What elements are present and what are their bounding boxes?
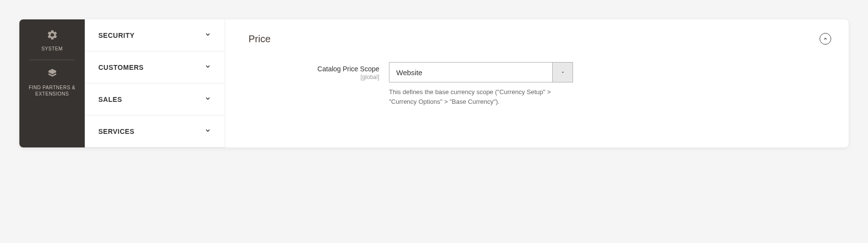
select-dropdown-button[interactable] (552, 63, 573, 82)
section-title: Price (248, 33, 271, 45)
sidebar-divider (29, 60, 75, 60)
config-main-panel: Price Catalog Price Scope [global] Websi… (225, 19, 849, 147)
chevron-down-icon (204, 31, 211, 39)
nav-item-system-label: SYSTEM (41, 46, 62, 52)
collapse-button[interactable] (820, 33, 831, 45)
tab-customers[interactable]: CUSTOMERS (85, 51, 225, 83)
tab-services[interactable]: SERVICES (85, 115, 225, 147)
tab-security[interactable]: SECURITY (85, 19, 225, 51)
field-control-col: Website This defines the base currency s… (389, 62, 573, 106)
nav-item-partners-label: FIND PARTNERS & EXTENSIONS (23, 84, 81, 97)
field-label: Catalog Price Scope (248, 65, 379, 73)
gear-icon (46, 29, 58, 44)
admin-panel: SYSTEM FIND PARTNERS & EXTENSIONS SECURI… (19, 19, 849, 147)
tab-sales-label: SALES (98, 96, 122, 103)
chevron-up-icon (823, 36, 828, 41)
select-value: Website (389, 63, 552, 82)
tab-customers-label: CUSTOMERS (98, 64, 144, 71)
field-catalog-price-scope: Catalog Price Scope [global] Website Thi… (248, 62, 831, 106)
nav-item-system[interactable]: SYSTEM (19, 23, 85, 58)
main-nav-sidebar: SYSTEM FIND PARTNERS & EXTENSIONS (19, 19, 85, 147)
blocks-icon (46, 68, 58, 82)
tab-services-label: SERVICES (98, 128, 135, 135)
tab-sales[interactable]: SALES (85, 83, 225, 115)
tab-security-label: SECURITY (98, 32, 135, 39)
chevron-down-icon (204, 95, 211, 103)
field-note: This defines the base currency scope ("C… (389, 87, 573, 106)
config-tabs-sidebar: SECURITY CUSTOMERS SALES SERVICES (85, 19, 225, 147)
chevron-down-icon (204, 127, 211, 135)
field-scope: [global] (248, 74, 379, 81)
triangle-down-icon (560, 70, 565, 75)
chevron-down-icon (204, 63, 211, 71)
field-label-col: Catalog Price Scope [global] (248, 62, 389, 81)
section-header: Price (248, 33, 831, 45)
catalog-price-scope-select[interactable]: Website (389, 62, 573, 82)
nav-item-partners[interactable]: FIND PARTNERS & EXTENSIONS (19, 62, 85, 103)
